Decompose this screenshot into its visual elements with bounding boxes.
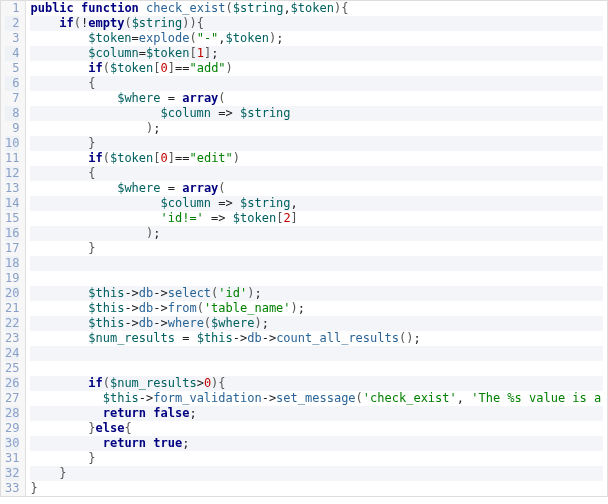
line-number: 1: [5, 1, 19, 16]
line-number: 28: [5, 406, 19, 421]
code-line: [30, 361, 603, 376]
code-line: $column => $string,: [30, 196, 603, 211]
code-line: if($token[0]=="edit"): [30, 151, 603, 166]
line-number: 19: [5, 271, 19, 286]
code-line: $token=explode("-",$token);: [30, 31, 603, 46]
line-number: 6: [5, 76, 19, 91]
code-editor: 1234567891011121314151617181920212223242…: [0, 0, 608, 497]
code-line: {: [30, 76, 603, 91]
code-line: }: [30, 481, 603, 496]
code-line: $this->form_validation->set_message('che…: [30, 391, 603, 406]
code-line: [30, 271, 603, 286]
line-number-gutter: 1234567891011121314151617181920212223242…: [1, 1, 26, 496]
code-line: $column=$token[1];: [30, 46, 603, 61]
code-line: return false;: [30, 406, 603, 421]
code-line: $this->db->from('table_name');: [30, 301, 603, 316]
line-number: 5: [5, 61, 19, 76]
line-number: 31: [5, 451, 19, 466]
line-number: 30: [5, 436, 19, 451]
code-area: public function check_exist($string,$tok…: [26, 1, 607, 496]
code-line: $this->db->select('id');: [30, 286, 603, 301]
line-number: 23: [5, 331, 19, 346]
code-line: );: [30, 226, 603, 241]
line-number: 11: [5, 151, 19, 166]
code-line: }: [30, 136, 603, 151]
line-number: 29: [5, 421, 19, 436]
line-number: 17: [5, 241, 19, 256]
code-line: if($token[0]=="add"): [30, 61, 603, 76]
line-number: 4: [5, 46, 19, 61]
code-line: $where = array(: [30, 181, 603, 196]
line-number: 12: [5, 166, 19, 181]
code-line: [30, 346, 603, 361]
line-number: 14: [5, 196, 19, 211]
line-number: 33: [5, 481, 19, 496]
code-line: if(!empty($string)){: [30, 16, 603, 31]
line-number: 13: [5, 181, 19, 196]
code-line: );: [30, 121, 603, 136]
code-line: }: [30, 466, 603, 481]
line-number: 21: [5, 301, 19, 316]
line-number: 15: [5, 211, 19, 226]
code-line: [30, 256, 603, 271]
code-line: return true;: [30, 436, 603, 451]
line-number: 22: [5, 316, 19, 331]
code-line: }: [30, 451, 603, 466]
line-number: 16: [5, 226, 19, 241]
line-number: 20: [5, 286, 19, 301]
code-line: $this->db->where($where);: [30, 316, 603, 331]
code-line: {: [30, 166, 603, 181]
line-number: 9: [5, 121, 19, 136]
line-number: 24: [5, 346, 19, 361]
code-line: $where = array(: [30, 91, 603, 106]
code-line: $column => $string: [30, 106, 603, 121]
code-line: if($num_results>0){: [30, 376, 603, 391]
code-line: }else{: [30, 421, 603, 436]
line-number: 27: [5, 391, 19, 406]
code-line: public function check_exist($string,$tok…: [30, 1, 603, 16]
line-number: 3: [5, 31, 19, 46]
code-line: 'id!=' => $token[2]: [30, 211, 603, 226]
line-number: 10: [5, 136, 19, 151]
line-number: 25: [5, 361, 19, 376]
line-number: 8: [5, 106, 19, 121]
line-number: 32: [5, 466, 19, 481]
line-number: 7: [5, 91, 19, 106]
code-line: $num_results = $this->db->count_all_resu…: [30, 331, 603, 346]
line-number: 26: [5, 376, 19, 391]
line-number: 18: [5, 256, 19, 271]
code-line: }: [30, 241, 603, 256]
line-number: 2: [5, 16, 19, 31]
